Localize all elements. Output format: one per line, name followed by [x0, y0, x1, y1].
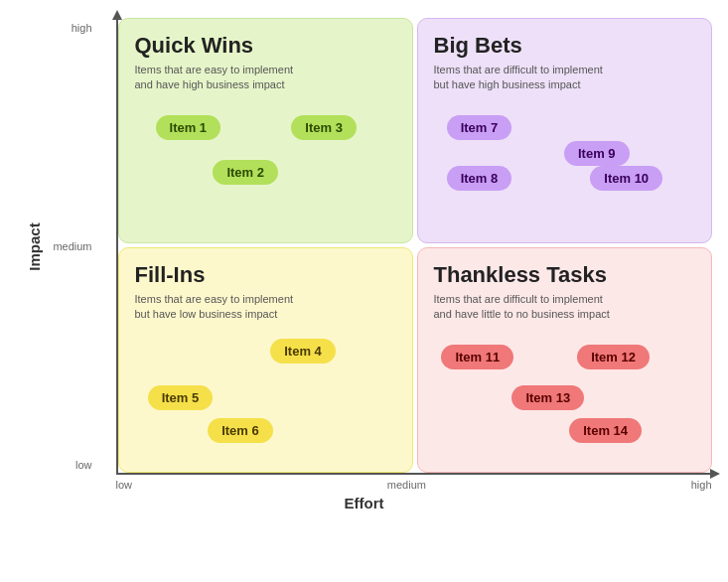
quadrant-q3-title: Fill-Ins [135, 262, 396, 288]
item-badge-q3-0: Item 4 [270, 339, 336, 364]
quadrant-q4-desc: Items that are difficult to implementand… [434, 292, 695, 323]
quadrant-q1: Quick WinsItems that are easy to impleme… [118, 18, 413, 243]
x-tick-high: high [691, 479, 712, 491]
chart-content-row: Impact high medium low Quick WinsItems t… [17, 18, 712, 491]
quadrant-q3-desc: Items that are easy to implementbut have… [135, 292, 396, 323]
item-badge-q2-1: Item 9 [564, 141, 630, 166]
quadrant-q2: Big BetsItems that are difficult to impl… [417, 18, 712, 243]
quadrant-q2-desc: Items that are difficult to implementbut… [434, 63, 695, 93]
x-tick-medium: medium [387, 479, 426, 491]
y-tick-medium: medium [53, 240, 91, 252]
quadrant-grid: Quick WinsItems that are easy to impleme… [116, 18, 712, 475]
quadrant-q1-items: Item 1Item 3Item 2 [135, 103, 396, 229]
item-badge-q4-2: Item 13 [511, 385, 584, 410]
y-tick-low: low [75, 459, 92, 471]
item-badge-q1-2: Item 2 [213, 160, 278, 185]
x-axis-labels: low medium high [116, 479, 712, 491]
item-badge-q2-2: Item 8 [447, 166, 512, 191]
quadrant-q1-title: Quick Wins [135, 33, 396, 59]
item-badge-q2-3: Item 10 [590, 166, 662, 191]
y-axis-label: Impact [26, 222, 43, 270]
item-badge-q1-1: Item 3 [291, 115, 357, 140]
quadrant-q1-desc: Items that are easy to implementand have… [135, 63, 396, 93]
quadrant-q4-title: Thankless Tasks [434, 262, 695, 288]
item-badge-q1-0: Item 1 [156, 115, 221, 140]
item-badge-q4-3: Item 14 [569, 418, 642, 443]
item-badge-q4-1: Item 12 [577, 345, 650, 369]
item-badge-q3-2: Item 6 [208, 418, 273, 443]
quadrant-q2-title: Big Bets [434, 33, 695, 59]
quadrant-q2-items: Item 7Item 9Item 8Item 10 [434, 103, 695, 229]
item-badge-q3-1: Item 5 [148, 385, 214, 410]
x-tick-low: low [116, 479, 133, 491]
x-axis-label: Effort [345, 495, 384, 511]
item-badge-q2-0: Item 7 [447, 115, 512, 140]
quadrant-q4-items: Item 11Item 12Item 13Item 14 [434, 333, 695, 459]
quadrant-q3: Fill-InsItems that are easy to implement… [118, 247, 413, 473]
y-tick-high: high [72, 22, 92, 34]
chart-wrapper: Impact high medium low Quick WinsItems t… [27, 18, 702, 564]
quadrant-q4: Thankless TasksItems that are difficult … [417, 247, 712, 473]
quadrant-q3-items: Item 4Item 5Item 6 [135, 333, 396, 459]
item-badge-q4-0: Item 11 [441, 345, 513, 369]
